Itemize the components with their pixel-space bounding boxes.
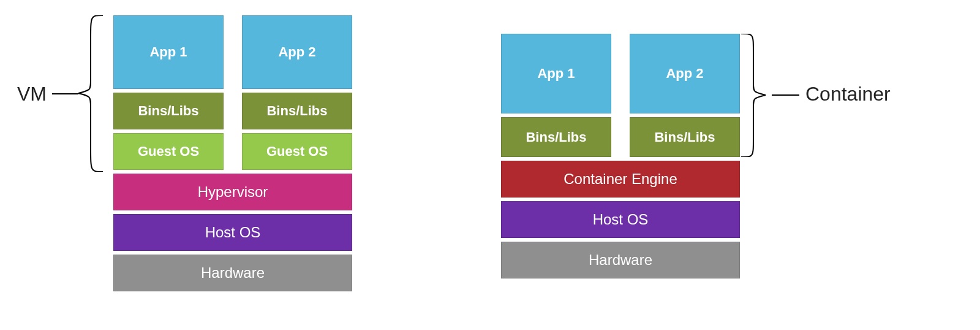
vm-bins-box: Bins/Libs [242,93,352,129]
ct-pillar-1: App 1 Bins/Libs [501,34,611,157]
ct-bins-box: Bins/Libs [501,117,611,157]
ct-app-box: App 2 [630,34,740,113]
container-label: Container [805,83,891,106]
diagram-canvas: VM App 1 Bins/Libs Guest OS App 2 Bins/L… [0,0,980,330]
vm-bins-box: Bins/Libs [113,93,224,129]
vm-hostos-box: Host OS [113,214,352,251]
vm-pillar-1: App 1 Bins/Libs Guest OS [113,15,224,170]
vm-label: VM [17,83,47,106]
vm-hardware-box: Hardware [113,255,352,291]
vm-guestos-box: Guest OS [242,133,352,170]
container-engine-box: Container Engine [501,161,740,198]
vm-top-row: App 1 Bins/Libs Guest OS App 2 Bins/Libs… [113,15,352,170]
vm-connector-icon [52,93,78,94]
container-connector-icon [772,94,799,96]
ct-hostos-box: Host OS [501,201,740,238]
ct-app-box: App 1 [501,34,611,113]
container-stack: App 1 Bins/Libs App 2 Bins/Libs Containe… [501,34,740,278]
ct-pillar-2: App 2 Bins/Libs [630,34,740,157]
vm-guestos-box: Guest OS [113,133,224,170]
hypervisor-box: Hypervisor [113,174,352,210]
vm-app-box: App 2 [242,15,352,89]
vm-stack: App 1 Bins/Libs Guest OS App 2 Bins/Libs… [113,15,352,291]
ct-bins-box: Bins/Libs [630,117,740,157]
ct-top-row: App 1 Bins/Libs App 2 Bins/Libs [501,34,740,157]
ct-hardware-box: Hardware [501,242,740,278]
vm-pillar-2: App 2 Bins/Libs Guest OS [242,15,352,170]
vm-app-box: App 1 [113,15,224,89]
container-brace-icon [741,34,772,157]
